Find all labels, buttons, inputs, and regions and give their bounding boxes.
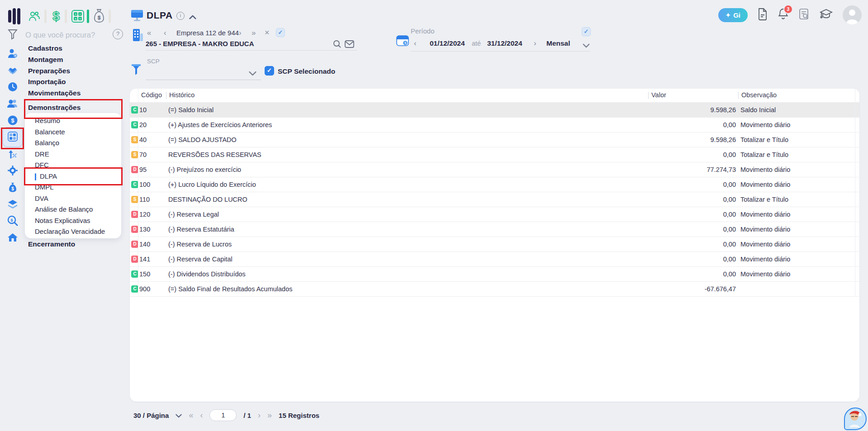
row-historico: REVERSÕES DAS RESERVAS [168,147,261,162]
column-header-codigo[interactable]: Código [141,91,162,99]
submenu-item-declaracao-veracidade[interactable]: Declaração Veracidade [35,227,121,239]
rail-users-icon[interactable] [7,98,18,109]
submenu-item-dva[interactable]: DVA [35,194,121,206]
rail-layers-icon[interactable] [7,199,18,209]
table-row[interactable]: D 130 (-) Reserva Estatutária 0,00 Movim… [130,222,859,237]
notifications-bell-icon[interactable]: 3 [778,8,789,22]
scp-selected-checkbox[interactable]: ✓ [265,66,274,76]
per-page-chevron-down-icon[interactable] [175,412,182,419]
row-code: 110 [139,192,150,207]
support-chat-avatar[interactable] [844,407,867,430]
table-row[interactable]: D 95 (-) Prejuízos no exercício 77.274,7… [130,162,859,177]
annotation-box-calculator [1,128,24,149]
table-row[interactable]: D 120 (-) Reserva Legal 0,00 Movimento d… [130,207,859,222]
period-end-date[interactable]: 31/12/2024 [487,39,522,47]
column-header-historico[interactable]: Histórico [169,91,194,99]
records-count: 15 Registros [279,412,319,419]
row-observacao: Movimento diário [740,267,790,281]
row-code: 140 [139,237,150,251]
app-logo[interactable] [8,7,22,27]
row-observacao: Movimento diário [740,252,790,266]
rail-dollar-icon[interactable]: $ [7,115,18,126]
table-row[interactable]: D 140 (-) Reserva de Lucros 0,00 Movimen… [130,237,859,252]
submenu-item-analise-de-balanco[interactable]: Análise de Balanço [35,205,121,217]
company-search-icon[interactable] [333,40,342,50]
row-historico: (-) Reserva Legal [168,207,219,222]
training-graduation-cap-icon[interactable] [819,8,833,22]
user-avatar[interactable] [843,5,862,24]
table-row[interactable]: S 110 DESTINAÇÃO DO LUCRO 0,00 Totalizar… [130,192,859,207]
company-name[interactable]: 265 - EMPRESA - MAKRO EDUCA [146,40,254,47]
row-type-badge: C [131,106,138,114]
prev-page-button[interactable]: ‹ [200,411,203,420]
collapse-chevron-up-icon[interactable] [189,13,196,21]
rail-money-bag-icon[interactable]: $ [7,182,18,193]
filter-funnel-icon[interactable] [8,29,18,42]
next-page-button[interactable]: › [258,411,261,420]
table-row[interactable]: C 150 (-) Dividendos Distribuídos 0,00 M… [130,267,859,282]
table-row[interactable]: C 900 (=) Saldo Final de Resultados Acum… [130,282,859,297]
audit-log-icon[interactable] [798,8,810,22]
scp-select[interactable] [146,66,261,80]
period-mode-select[interactable]: Mensal [546,39,570,47]
row-valor: 0,00 [723,118,736,132]
row-historico: (-) Reserva Estatutária [168,222,234,237]
table-row[interactable]: D 141 (-) Reserva de Capital 0,00 Movime… [130,252,859,267]
table-row[interactable]: S 70 REVERSÕES DAS RESERVAS 0,00 Totaliz… [130,147,859,162]
column-header-observacao[interactable]: Observação [741,91,777,99]
help-icon[interactable]: ? [113,29,123,39]
rail-adjustments-icon[interactable] [7,148,18,159]
submenu-item-balancete[interactable]: Balancete [35,128,121,139]
column-header-valor[interactable]: Valor [651,91,666,99]
rail-handshake-icon[interactable] [7,65,18,76]
company-checkbox[interactable]: ✓ [276,28,285,37]
page-input[interactable]: 1 [209,409,237,421]
row-observacao: Movimento diário [740,222,790,237]
module-finance-icon[interactable]: $ [51,9,62,26]
gi-assistant-button[interactable]: ✦ Gi [718,8,748,22]
info-icon[interactable]: i [176,12,185,20]
row-valor: 9.598,26 [711,133,736,147]
module-assets-icon[interactable]: $ [93,9,105,25]
period-next-button[interactable]: › [534,39,536,47]
submenu-item-dre[interactable]: DRE [35,150,121,161]
sidebar-item-encerramento[interactable]: Encerramento [28,240,75,248]
per-page-select[interactable]: 30 / Página [133,412,169,419]
last-page-button[interactable]: » [267,411,272,420]
module-people-icon[interactable] [28,10,41,24]
row-historico: (=) Saldo Final de Resultados Acumulados [168,282,292,296]
sidebar-item-importacao[interactable]: Importação [28,78,81,89]
search-input[interactable] [24,29,108,41]
period-checkbox[interactable]: ✓ [582,27,591,36]
row-code: 130 [139,222,150,237]
module-active-indicator [87,9,89,23]
rail-settings-gear-icon[interactable] [7,165,18,176]
sidebar-item-cadastros[interactable]: Cadastros [28,44,81,56]
table-row[interactable]: C 10 (=) Saldo Inicial 9.598,26 Saldo In… [130,103,859,118]
company-first-button[interactable]: « [147,29,151,37]
table-row[interactable]: S 40 (=) SALDO AJUSTADO 9.598,26 Totaliz… [130,133,859,147]
sidebar-item-preparacoes[interactable]: Preparações [28,67,81,78]
document-icon[interactable] [757,8,768,22]
period-mode-chevron-down-icon[interactable] [583,42,590,50]
rail-search-dollar-icon[interactable]: $ [7,215,18,226]
company-clear-button[interactable]: × [265,28,270,37]
company-prev-button[interactable]: ‹ [164,29,166,37]
period-start-date[interactable]: 01/12/2024 [430,39,465,47]
module-accounting-icon[interactable]: + − × = [71,10,84,24]
row-valor: 0,00 [723,207,736,222]
scp-select-chevron-down-icon[interactable] [249,70,256,78]
table-row[interactable]: C 20 (+) Ajustes de Exercícios Anteriore… [130,118,859,133]
rail-clock-icon[interactable] [7,81,18,92]
submenu-item-notas-explicativas[interactable]: Notas Explicativas [35,217,121,228]
first-page-button[interactable]: « [189,411,193,420]
rail-user-settings-icon[interactable] [7,48,18,59]
period-prev-button[interactable]: ‹ [414,39,417,47]
sidebar-item-montagem[interactable]: Montagem [28,56,81,67]
submenu-item-balanco[interactable]: Balanço [35,139,121,150]
company-last-button[interactable]: » [251,29,256,37]
table-row[interactable]: C 100 (+) Lucro Líquido do Exercício 0,0… [130,177,859,192]
company-mail-icon[interactable] [345,40,354,50]
company-next-button[interactable]: › [239,29,242,37]
rail-home-icon[interactable] [7,232,18,243]
